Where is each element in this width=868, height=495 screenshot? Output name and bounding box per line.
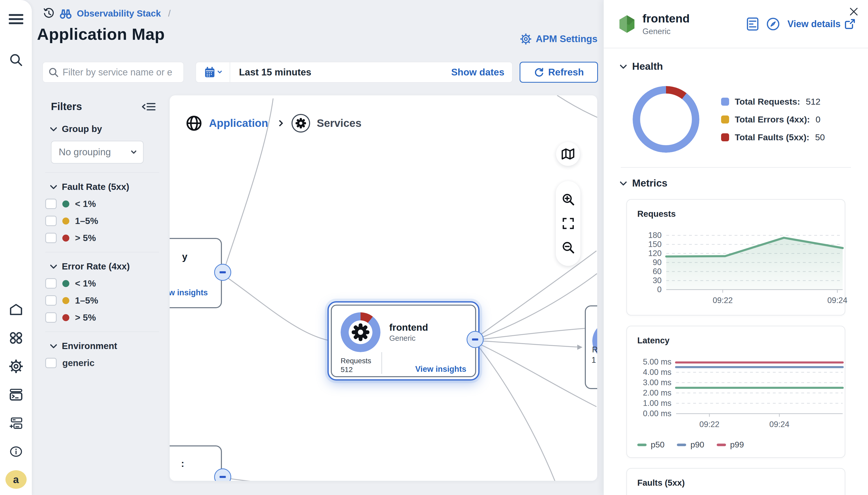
error-rate-section: Error Rate (4xx) < 1% 1–5% > 5% bbox=[45, 252, 159, 323]
show-dates-link[interactable]: Show dates bbox=[451, 67, 504, 78]
avatar[interactable]: a bbox=[5, 470, 27, 489]
status-dot-red bbox=[62, 235, 69, 242]
add-panel-icon[interactable] bbox=[0, 411, 32, 436]
view-insights-link[interactable]: View insights bbox=[169, 288, 208, 297]
legend-swatch bbox=[721, 98, 729, 106]
refresh-icon bbox=[534, 67, 544, 78]
terminal-icon[interactable] bbox=[0, 382, 32, 407]
group-by-value: No grouping bbox=[59, 147, 111, 158]
checkbox[interactable] bbox=[45, 233, 56, 243]
group-by-select[interactable]: No grouping bbox=[51, 141, 144, 164]
zoom-controls bbox=[556, 181, 580, 266]
chevron-down-icon[interactable] bbox=[50, 124, 57, 132]
application-map-canvas[interactable]: Application Services y View insights : R… bbox=[169, 95, 597, 481]
nav-rail: a bbox=[0, 0, 32, 495]
status-dot-yellow bbox=[62, 218, 69, 224]
compass-icon[interactable] bbox=[766, 17, 780, 31]
view-insights-link[interactable]: View insights bbox=[415, 364, 466, 374]
time-range-control: Last 15 minutes Show dates bbox=[196, 62, 513, 83]
chevron-down-icon[interactable] bbox=[620, 178, 627, 186]
y-axis-labels: 5.00 ms4.00 ms3.00 ms2.00 ms1.00 ms0.00 … bbox=[637, 362, 676, 414]
node-stat-label: Requests bbox=[341, 357, 371, 365]
gear-icon bbox=[520, 33, 532, 45]
node-name: y bbox=[182, 251, 187, 262]
health-donut-chart bbox=[633, 86, 699, 153]
menu-icon[interactable] bbox=[0, 7, 32, 32]
apm-settings-button[interactable]: APM Settings bbox=[520, 33, 597, 45]
node-name: frontend bbox=[389, 322, 428, 333]
map-breadcrumb-application[interactable]: Application bbox=[209, 117, 268, 130]
chevron-down-icon[interactable] bbox=[620, 62, 627, 69]
checkbox[interactable] bbox=[45, 278, 56, 289]
chevron-right-icon bbox=[277, 120, 283, 126]
minimap-button[interactable] bbox=[556, 142, 580, 166]
calendar-dropdown-button[interactable] bbox=[196, 62, 230, 82]
search-icon[interactable] bbox=[0, 48, 32, 72]
page-title: Application Map bbox=[37, 25, 165, 44]
status-dot-red bbox=[62, 314, 69, 321]
fault-rate-label: Fault Rate (5xx) bbox=[62, 182, 129, 192]
zoom-in-button[interactable] bbox=[562, 193, 575, 206]
legend-swatch bbox=[721, 133, 729, 141]
checkbox[interactable] bbox=[45, 295, 56, 306]
home-icon[interactable] bbox=[0, 297, 32, 322]
metrics-title: Metrics bbox=[632, 177, 668, 189]
checkbox[interactable] bbox=[45, 199, 56, 209]
node-stat-label: R bbox=[592, 345, 597, 355]
status-dot-green bbox=[62, 201, 69, 207]
collapse-panel-icon[interactable] bbox=[142, 101, 156, 112]
fullscreen-button[interactable] bbox=[562, 218, 574, 229]
service-filter-input[interactable] bbox=[63, 67, 183, 78]
option-label: generic bbox=[62, 358, 95, 368]
node-type: Generic bbox=[389, 334, 428, 343]
service-filter-input-box bbox=[43, 62, 184, 83]
main-area: Observability Stack / Application Map AP… bbox=[32, 0, 603, 495]
checkbox[interactable] bbox=[45, 358, 56, 368]
zoom-out-button[interactable] bbox=[562, 241, 575, 254]
status-dot-yellow bbox=[62, 297, 69, 304]
collapse-node-button[interactable] bbox=[214, 264, 231, 281]
requests-chart: 09:2209:24 bbox=[666, 235, 843, 307]
health-section: Health Total Requests:512 Total Errors (… bbox=[604, 61, 868, 168]
filter-option-row: < 1% bbox=[45, 199, 159, 209]
apps-icon[interactable] bbox=[0, 325, 32, 350]
details-panel-header: frontend Generic View details bbox=[604, 0, 868, 48]
details-panel: frontend Generic View details Health Tot… bbox=[603, 0, 868, 495]
info-icon[interactable] bbox=[0, 439, 32, 464]
breadcrumb: Observability Stack / bbox=[43, 8, 171, 19]
option-label: 1–5% bbox=[75, 216, 98, 226]
close-icon[interactable] bbox=[849, 7, 859, 17]
map-breadcrumb: Application Services bbox=[186, 114, 362, 133]
option-label: < 1% bbox=[75, 278, 96, 289]
checkbox[interactable] bbox=[45, 312, 56, 323]
details-subtitle: Generic bbox=[642, 27, 690, 36]
view-details-link[interactable]: View details bbox=[788, 19, 855, 30]
filter-option-row: 1–5% bbox=[45, 295, 159, 306]
collapse-node-button[interactable] bbox=[466, 331, 484, 348]
x-axis-labels: 09:2209:24 bbox=[676, 418, 843, 431]
y-axis-labels: 1801501209060300 bbox=[637, 235, 666, 290]
calendar-icon bbox=[204, 67, 215, 78]
option-label: 1–5% bbox=[75, 295, 98, 306]
map-icon bbox=[561, 148, 575, 160]
legend-item: Total Requests:512 bbox=[721, 97, 825, 107]
chevron-down-icon[interactable] bbox=[50, 341, 57, 348]
node-name: : bbox=[181, 458, 184, 469]
service-node-partial-right[interactable]: R 1 bbox=[585, 305, 597, 389]
chevron-down-icon bbox=[131, 148, 137, 154]
service-node-frontend[interactable]: frontend Generic Requests 512 View insig… bbox=[327, 301, 479, 380]
legend-swatch bbox=[721, 116, 729, 123]
chevron-down-icon[interactable] bbox=[50, 262, 57, 269]
filter-option-row: generic bbox=[45, 358, 159, 368]
chevron-down-icon[interactable] bbox=[50, 182, 57, 189]
settings-icon[interactable] bbox=[0, 354, 32, 379]
latency-chart: 09:2209:24 bbox=[676, 362, 843, 431]
history-icon[interactable] bbox=[43, 8, 54, 19]
breadcrumb-root-link[interactable]: Observability Stack bbox=[77, 8, 161, 19]
document-icon[interactable] bbox=[747, 17, 758, 31]
service-logo-hexagon-icon bbox=[618, 14, 636, 34]
environment-label: Environment bbox=[62, 341, 117, 351]
refresh-label: Refresh bbox=[548, 67, 584, 78]
checkbox[interactable] bbox=[45, 216, 56, 226]
refresh-button[interactable]: Refresh bbox=[520, 62, 598, 83]
